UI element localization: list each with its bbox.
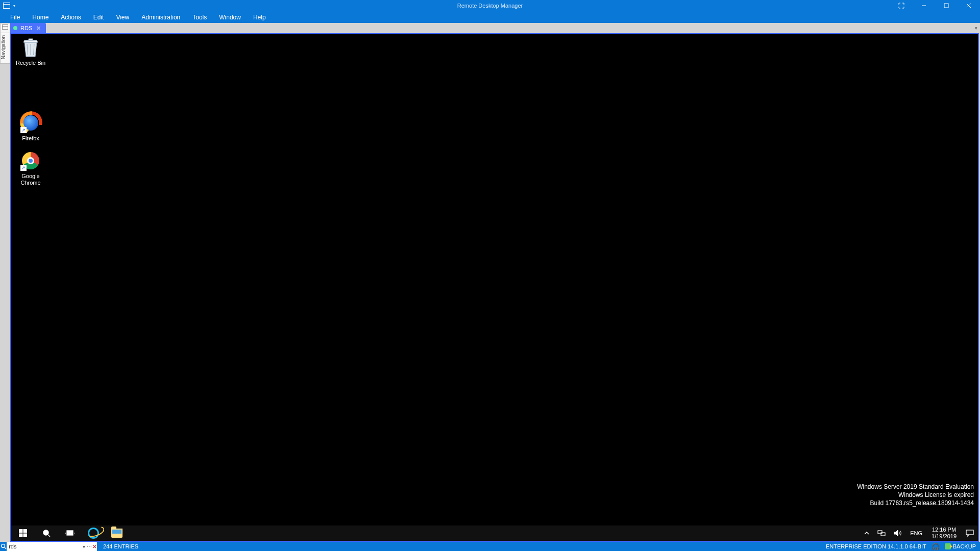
windows-watermark: Windows Server 2019 Standard Evaluation … xyxy=(857,483,974,507)
desktop-icon-label: Firefox xyxy=(11,135,50,142)
svg-rect-6 xyxy=(67,531,73,535)
action-center-button[interactable] xyxy=(962,525,978,541)
menu-help[interactable]: Help xyxy=(247,11,272,23)
fullscreen-button[interactable] xyxy=(890,0,913,11)
shortcut-overlay-icon: ↗ xyxy=(20,165,27,171)
svg-rect-4 xyxy=(23,534,27,537)
taskbar-date: 1/19/2019 xyxy=(932,533,957,540)
menu-actions[interactable]: Actions xyxy=(55,11,87,23)
task-view-button[interactable] xyxy=(58,525,82,541)
navigation-rail[interactable]: Navigation xyxy=(0,33,10,64)
menu-home[interactable]: Home xyxy=(26,11,55,23)
menu-tools[interactable]: Tools xyxy=(186,11,213,23)
shortcut-overlay-icon: ↗ xyxy=(20,127,27,133)
app-title: Remote Desktop Manager xyxy=(0,3,980,9)
file-explorer-icon xyxy=(111,529,122,538)
taskbar-time: 12:16 PM xyxy=(932,527,957,533)
menu-window[interactable]: Window xyxy=(213,11,247,23)
start-button[interactable] xyxy=(11,525,35,541)
menu-edit[interactable]: Edit xyxy=(87,11,110,23)
volume-icon[interactable] xyxy=(890,525,906,541)
search-clear-icon[interactable]: ✕ xyxy=(92,544,97,549)
maximize-button[interactable] xyxy=(935,0,958,11)
desktop-icon-chrome[interactable]: ↗ Google Chrome xyxy=(11,151,50,186)
tray-overflow-button[interactable] xyxy=(860,525,873,541)
menu-administration[interactable]: Administration xyxy=(135,11,186,23)
tab-overflow-button[interactable]: ▾ xyxy=(972,23,980,33)
svg-rect-1 xyxy=(19,529,22,533)
svg-rect-2 xyxy=(23,529,27,533)
svg-rect-8 xyxy=(881,533,885,536)
session-status-icon xyxy=(13,26,17,30)
qat-dropdown-icon[interactable]: ▾ xyxy=(13,4,15,8)
statusbar: ▾ ⋯ ✕ 244 ENTRIES ENTERPRISE EDITION 14.… xyxy=(0,542,980,551)
remote-session[interactable]: Recycle Bin ↗ Firefox ↗ Google Chrome Wi… xyxy=(10,33,979,542)
taskbar-app-internet-explorer[interactable] xyxy=(82,525,105,541)
search-options-icon[interactable]: ⋯ xyxy=(86,544,91,549)
svg-rect-9 xyxy=(966,530,973,535)
desktop-icon-label: Recycle Bin xyxy=(11,60,50,66)
svg-point-10 xyxy=(1,544,5,548)
taskbar-clock[interactable]: 12:16 PM 1/19/2019 xyxy=(926,527,962,540)
statusbar-backup[interactable]: BACKUP xyxy=(945,543,976,549)
svg-rect-0 xyxy=(944,4,948,8)
remote-taskbar: ENG 12:16 PM 1/19/2019 xyxy=(11,525,978,541)
taskbar-search-button[interactable] xyxy=(35,525,58,541)
statusbar-entry-count: 244 ENTRIES xyxy=(97,543,144,549)
taskbar-app-file-explorer[interactable] xyxy=(105,525,129,541)
desktop-icon-firefox[interactable]: ↗ Firefox xyxy=(11,113,50,142)
watermark-line-3: Build 17763.rs5_release.180914-1434 xyxy=(857,499,974,507)
backup-icon xyxy=(945,543,951,549)
minimize-button[interactable] xyxy=(913,0,935,11)
tab-close-icon[interactable]: ✕ xyxy=(35,25,42,32)
app-icon[interactable] xyxy=(3,3,10,9)
session-area: Navigation Recycle Bin xyxy=(0,33,980,542)
statusbar-warning-icon[interactable]: 🎧 xyxy=(932,543,940,550)
recycle-bin-icon xyxy=(20,37,41,58)
svg-point-5 xyxy=(43,530,48,535)
search-dropdown-icon[interactable]: ▾ xyxy=(81,544,86,549)
navigation-rail-label: Navigation xyxy=(1,35,6,59)
svg-rect-7 xyxy=(878,531,882,534)
statusbar-search-input[interactable] xyxy=(7,542,81,551)
session-tab-label: RDS xyxy=(20,25,32,31)
remote-desktop[interactable]: Recycle Bin ↗ Firefox ↗ Google Chrome Wi… xyxy=(11,34,978,525)
navigation-icon xyxy=(2,24,8,30)
svg-rect-3 xyxy=(19,534,22,537)
tab-strip: RDS ✕ ▾ xyxy=(0,23,980,33)
statusbar-search: ▾ ⋯ ✕ xyxy=(0,542,97,551)
input-language[interactable]: ENG xyxy=(906,525,926,541)
firefox-icon: ↗ xyxy=(20,113,41,133)
statusbar-backup-label: BACKUP xyxy=(953,543,976,549)
network-icon[interactable] xyxy=(873,525,890,541)
menubar: File Home Actions Edit View Administrati… xyxy=(0,11,980,23)
search-icon[interactable] xyxy=(0,542,7,551)
desktop-icon-recycle-bin[interactable]: Recycle Bin xyxy=(11,37,50,66)
watermark-line-1: Windows Server 2019 Standard Evaluation xyxy=(857,483,974,491)
menu-view[interactable]: View xyxy=(110,11,135,23)
internet-explorer-icon xyxy=(88,528,99,539)
desktop-icon-label: Google Chrome xyxy=(11,173,50,186)
session-tab-rds[interactable]: RDS ✕ xyxy=(10,23,46,33)
menu-file[interactable]: File xyxy=(4,11,26,23)
watermark-line-2: Windows License is expired xyxy=(857,491,974,499)
navigation-panel-toggle[interactable] xyxy=(0,23,10,33)
chrome-icon: ↗ xyxy=(20,151,41,171)
statusbar-edition: ENTERPRISE EDITION 14.1.1.0 64-BIT xyxy=(826,543,926,549)
close-button[interactable] xyxy=(958,0,980,11)
titlebar: ▾ Remote Desktop Manager xyxy=(0,0,980,11)
